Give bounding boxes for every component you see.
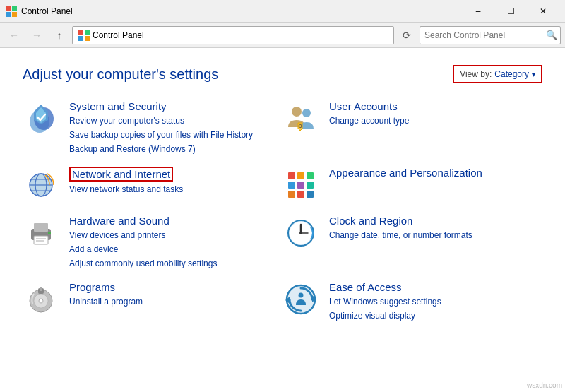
network-internet-text: Network and Internet View network status…: [69, 167, 268, 196]
category-system-security: System and Security Review your computer…: [23, 100, 282, 155]
ease-of-access-title[interactable]: Ease of Access: [329, 281, 402, 293]
hardware-sound-title[interactable]: Hardware and Sound: [69, 215, 170, 227]
svg-rect-27: [307, 182, 314, 189]
svg-rect-3: [12, 12, 17, 17]
system-security-title[interactable]: System and Security: [69, 100, 167, 112]
page-header: Adjust your computer's settings View by:…: [23, 65, 542, 83]
svg-rect-0: [6, 6, 11, 11]
svg-rect-2: [6, 12, 11, 17]
clock-region-title[interactable]: Clock and Region: [329, 215, 412, 227]
svg-rect-22: [288, 172, 295, 179]
clock-region-link-1[interactable]: Change date, time, or number formats: [329, 229, 528, 242]
title-bar: Control Panel – ☐ ✕: [0, 0, 565, 23]
ease-of-access-icon: [282, 281, 319, 318]
appearance-icon: [282, 167, 319, 203]
close-button[interactable]: ✕: [527, 0, 559, 23]
system-security-link-3[interactable]: Backup and Restore (Windows 7): [69, 143, 268, 155]
address-box[interactable]: Control Panel: [72, 26, 394, 44]
appearance-text: Appearance and Personalization: [329, 167, 528, 179]
svg-rect-5: [85, 30, 90, 35]
appearance-title[interactable]: Appearance and Personalization: [329, 167, 482, 179]
hardware-sound-link-1[interactable]: View devices and printers: [69, 229, 268, 242]
titlebar-icon: [6, 6, 17, 17]
hardware-sound-link-2[interactable]: Add a device: [69, 243, 268, 256]
categories-grid: System and Security Review your computer…: [23, 100, 542, 322]
forward-button[interactable]: →: [27, 25, 47, 45]
titlebar-text: Control Panel: [21, 6, 462, 16]
svg-rect-28: [288, 191, 295, 198]
page-title: Adjust your computer's settings: [23, 66, 218, 83]
category-network-internet: Network and Internet View network status…: [23, 167, 282, 203]
network-internet-title[interactable]: Network and Internet: [69, 167, 173, 182]
programs-title[interactable]: Programs: [69, 281, 115, 293]
svg-rect-26: [297, 182, 304, 189]
svg-rect-32: [34, 223, 48, 232]
category-ease-of-access: Ease of Access Let Windows suggest setti…: [282, 281, 542, 322]
view-by-container: View by: Category ▾: [453, 65, 542, 83]
chevron-down-icon[interactable]: ▾: [532, 71, 535, 78]
programs-icon: [23, 281, 59, 318]
hardware-sound-link-3[interactable]: Adjust commonly used mobility settings: [69, 257, 268, 270]
svg-rect-23: [297, 172, 304, 179]
ease-of-access-link-1[interactable]: Let Windows suggest settings: [329, 295, 528, 308]
svg-point-13: [302, 109, 311, 117]
view-by-value[interactable]: Category: [494, 69, 529, 79]
minimize-button[interactable]: –: [462, 0, 494, 23]
category-hardware-sound: Hardware and Sound View devices and prin…: [23, 215, 282, 270]
up-button[interactable]: ↑: [49, 25, 69, 45]
hardware-sound-icon: [23, 215, 59, 251]
refresh-button[interactable]: ⟳: [397, 25, 417, 45]
category-user-accounts: ⚙ User Accounts Change account type: [282, 100, 542, 155]
search-box[interactable]: 🔍: [420, 26, 561, 44]
user-accounts-link-1[interactable]: Change account type: [329, 114, 528, 127]
address-bar: ← → ↑ Control Panel ⟳ 🔍: [0, 23, 565, 48]
titlebar-controls: – ☐ ✕: [462, 0, 559, 23]
breadcrumb-icon: [78, 30, 90, 41]
svg-rect-1: [12, 6, 17, 11]
maximize-button[interactable]: ☐: [494, 0, 527, 23]
svg-rect-29: [297, 191, 304, 198]
programs-link-1[interactable]: Uninstall a program: [69, 295, 268, 308]
category-appearance: Appearance and Personalization: [282, 167, 542, 203]
ease-of-access-text: Ease of Access Let Windows suggest setti…: [329, 281, 528, 322]
svg-point-54: [299, 293, 304, 298]
svg-rect-30: [307, 191, 314, 198]
ease-of-access-link-2[interactable]: Optimize visual display: [329, 309, 528, 322]
svg-rect-33: [34, 236, 48, 244]
svg-point-12: [292, 107, 302, 117]
main-content: Adjust your computer's settings View by:…: [0, 48, 565, 392]
svg-rect-7: [85, 36, 90, 41]
programs-text: Programs Uninstall a program: [69, 281, 268, 308]
svg-rect-34: [48, 232, 51, 234]
category-clock-region: Clock and Region Change date, time, or n…: [282, 215, 542, 270]
back-button[interactable]: ←: [4, 25, 24, 45]
breadcrumb: Control Panel: [93, 30, 144, 40]
hardware-sound-text: Hardware and Sound View devices and prin…: [69, 215, 268, 270]
svg-point-47: [39, 299, 43, 303]
svg-rect-49: [40, 287, 42, 291]
system-security-icon: [23, 100, 59, 137]
network-internet-link-1[interactable]: View network status and tasks: [69, 183, 268, 196]
network-internet-icon: [23, 167, 59, 203]
svg-rect-6: [78, 36, 83, 41]
svg-rect-24: [307, 172, 314, 179]
clock-region-icon: [282, 215, 319, 251]
category-programs: Programs Uninstall a program: [23, 281, 282, 322]
svg-rect-4: [78, 30, 83, 35]
clock-region-text: Clock and Region Change date, time, or n…: [329, 215, 528, 242]
search-input[interactable]: [420, 30, 543, 40]
system-security-text: System and Security Review your computer…: [69, 100, 268, 155]
system-security-link-1[interactable]: Review your computer's status: [69, 114, 268, 127]
svg-text:⚙: ⚙: [298, 124, 302, 129]
user-accounts-title[interactable]: User Accounts: [329, 100, 398, 112]
system-security-link-2[interactable]: Save backup copies of your files with Fi…: [69, 129, 268, 141]
search-icon[interactable]: 🔍: [543, 27, 560, 44]
view-by-label: View by:: [460, 69, 492, 79]
user-accounts-text: User Accounts Change account type: [329, 100, 528, 127]
watermark: wsxdn.com: [527, 381, 562, 389]
user-accounts-icon: ⚙: [282, 100, 319, 137]
svg-rect-25: [288, 182, 295, 189]
